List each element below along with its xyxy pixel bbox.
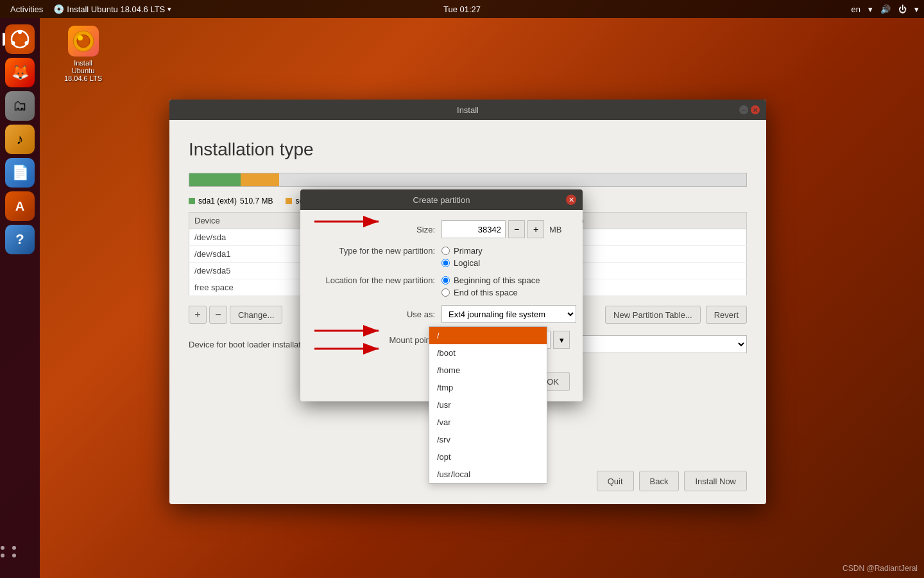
sidebar-item-files[interactable]: 🗂 xyxy=(5,91,35,121)
size-label: Size: xyxy=(313,225,441,234)
use-as-label: Use as: xyxy=(313,310,441,319)
mount-option-tmp[interactable]: /tmp xyxy=(429,379,547,396)
mount-point-dropdown-button[interactable]: ▾ xyxy=(553,331,570,349)
sidebar: 🦊 🗂 ♪ 📄 A ? xyxy=(0,18,40,578)
use-as-row: Use as: Ext4 journaling file system xyxy=(313,305,570,323)
type-radio-group: Primary Logical xyxy=(441,246,483,268)
legend-sda1: sda1 (ext4) 510.7 MB xyxy=(189,197,273,206)
size-unit-label: MB xyxy=(549,225,562,234)
mount-option-opt[interactable]: /opt xyxy=(429,448,547,466)
mount-option-usr[interactable]: /usr xyxy=(429,396,547,414)
sidebar-item-audio[interactable]: ♪ xyxy=(5,125,35,154)
mount-option-boot[interactable]: /boot xyxy=(429,344,547,362)
location-beginning-radio[interactable] xyxy=(441,276,450,285)
titlebar-controls: – ✕ xyxy=(739,105,760,114)
svg-point-3 xyxy=(25,41,29,45)
audio-icon: ♪ xyxy=(17,131,24,148)
quit-button[interactable]: Quit xyxy=(597,471,634,491)
type-primary-radio[interactable] xyxy=(441,247,450,255)
change-partition-button[interactable]: Change... xyxy=(230,306,282,324)
new-partition-table-button[interactable]: New Partition Table... xyxy=(605,306,701,324)
desktop-install-icon[interactable]: InstallUbuntu18.04.6 LTS xyxy=(64,26,102,82)
revert-button[interactable]: Revert xyxy=(706,306,747,324)
size-increment-button[interactable]: + xyxy=(527,220,544,238)
topbar-power-arrow: ▾ xyxy=(914,4,919,14)
topbar-clock: Tue 01:27 xyxy=(443,4,481,14)
install-now-button[interactable]: Install Now xyxy=(684,471,747,491)
svg-point-2 xyxy=(12,41,15,45)
partition-seg-free xyxy=(279,173,746,186)
type-logical-radio[interactable] xyxy=(441,259,450,267)
type-primary-row: Primary xyxy=(441,246,483,256)
page-title: Installation type xyxy=(189,139,747,160)
app-grid-button[interactable] xyxy=(0,546,20,565)
installer-window-title: Install xyxy=(457,105,479,115)
minimize-button[interactable]: – xyxy=(739,105,748,114)
dialog-titlebar: Create partition ✕ xyxy=(300,189,583,210)
legend-sda5-color xyxy=(286,198,292,204)
add-partition-button[interactable]: + xyxy=(189,306,207,324)
dialog-close-button[interactable]: ✕ xyxy=(566,195,576,205)
mount-option-srv[interactable]: /srv xyxy=(429,431,547,448)
type-logical-row: Logical xyxy=(441,258,483,268)
svg-point-6 xyxy=(78,35,83,40)
mount-point-label: Mount point: xyxy=(313,335,441,345)
partition-seg-sda5 xyxy=(241,173,279,186)
topbar-volume-icon[interactable]: 🔊 xyxy=(880,4,891,14)
topbar-app-name[interactable]: 💿 Install Ubuntu 18.04.6 LTS ▾ xyxy=(53,4,171,14)
location-beginning-row: Beginning of this space xyxy=(441,276,540,285)
size-controls: − + MB xyxy=(441,220,570,238)
mount-point-dropdown: / /boot /home /tmp /usr /var /srv /opt /… xyxy=(429,326,547,484)
type-logical-label: Logical xyxy=(454,258,480,268)
location-label: Location for the new partition: xyxy=(313,276,441,285)
size-decrement-button[interactable]: − xyxy=(508,220,525,238)
back-button[interactable]: Back xyxy=(639,471,680,491)
partition-bar xyxy=(189,173,747,187)
mount-option-var[interactable]: /var xyxy=(429,414,547,431)
sidebar-item-firefox[interactable]: 🦊 xyxy=(5,58,35,87)
appstore-icon: A xyxy=(15,199,24,214)
install-icon-label: InstallUbuntu18.04.6 LTS xyxy=(64,59,102,82)
topbar-lang[interactable]: en xyxy=(851,4,860,14)
dialog-title: Create partition xyxy=(413,195,470,205)
files-icon: 🗂 xyxy=(13,98,27,114)
close-button[interactable]: ✕ xyxy=(751,105,760,114)
location-beginning-label: Beginning of this space xyxy=(454,276,540,285)
use-as-controls: Ext4 journaling file system xyxy=(441,305,576,323)
use-as-select[interactable]: Ext4 journaling file system xyxy=(441,305,576,323)
location-end-label: End of this space xyxy=(454,288,518,297)
partition-actions: + − Change... xyxy=(189,306,282,324)
type-row: Type for the new partition: Primary Logi… xyxy=(313,246,570,268)
mount-option-usrlocal[interactable]: /usr/local xyxy=(429,466,547,483)
sidebar-item-appstore[interactable]: A xyxy=(5,191,35,221)
legend-sda1-label: sda1 (ext4) xyxy=(198,197,237,206)
mount-option-root[interactable]: / xyxy=(429,327,547,344)
sidebar-item-ubuntu[interactable] xyxy=(5,24,35,54)
mount-option-home[interactable]: /home xyxy=(429,362,547,379)
watermark: CSDN @RadiantJeral xyxy=(843,564,918,573)
topbar-right: en ▾ 🔊 ⏻ ▾ xyxy=(851,4,919,14)
bootloader-label: Device for boot loader installation: xyxy=(189,340,314,349)
sidebar-item-docs[interactable]: 📄 xyxy=(5,158,35,188)
docs-icon: 📄 xyxy=(12,164,29,181)
size-row: Size: − + MB xyxy=(313,220,570,238)
location-end-radio[interactable] xyxy=(441,288,450,297)
topbar-lang-arrow: ▾ xyxy=(868,4,873,14)
size-input[interactable] xyxy=(441,220,506,238)
type-label: Type for the new partition: xyxy=(313,246,441,256)
ubuntu-logo-icon xyxy=(5,24,35,54)
topbar-power-icon[interactable]: ⏻ xyxy=(898,4,907,14)
activities-button[interactable]: Activities xyxy=(5,4,48,14)
location-end-row: End of this space xyxy=(441,288,540,297)
firefox-icon: 🦊 xyxy=(12,64,29,81)
install-icon-image xyxy=(68,26,99,57)
partition-seg-sda1 xyxy=(189,173,241,186)
type-primary-label: Primary xyxy=(454,246,483,256)
sidebar-item-help[interactable]: ? xyxy=(5,225,35,254)
topbar-left: Activities 💿 Install Ubuntu 18.04.6 LTS … xyxy=(5,4,171,14)
topbar: Activities 💿 Install Ubuntu 18.04.6 LTS … xyxy=(0,0,924,18)
help-icon: ? xyxy=(15,231,24,248)
remove-partition-button[interactable]: − xyxy=(209,306,227,324)
svg-point-1 xyxy=(18,30,22,34)
installer-titlebar: Install – ✕ xyxy=(169,100,766,120)
